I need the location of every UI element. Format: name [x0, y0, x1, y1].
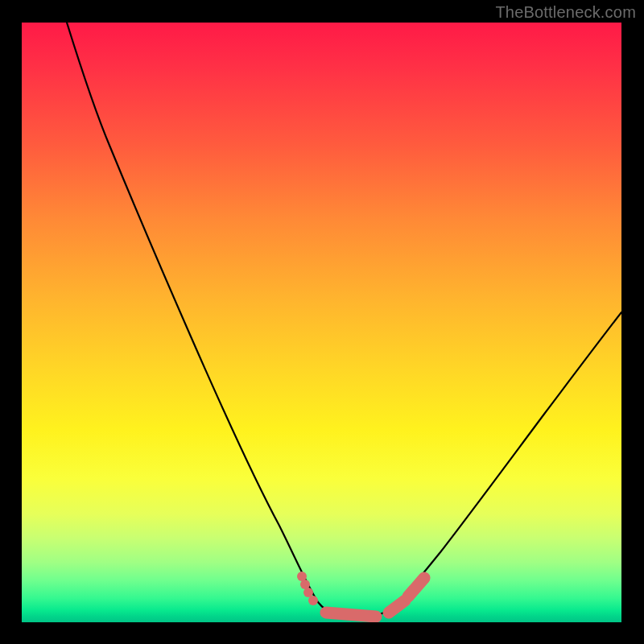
highlight-markers [297, 572, 424, 617]
curve-marker-dot [308, 596, 318, 605]
plot-area [22, 23, 621, 622]
bottleneck-curve [67, 23, 621, 617]
curve-marker-bar [408, 578, 424, 597]
watermark-text: TheBottleneck.com [495, 3, 636, 22]
stage: TheBottleneck.com [0, 0, 644, 644]
curve-marker-bar [326, 613, 376, 617]
curve-marker-bar [389, 601, 405, 613]
curve-marker-dot [303, 588, 313, 597]
chart-svg [22, 23, 621, 622]
